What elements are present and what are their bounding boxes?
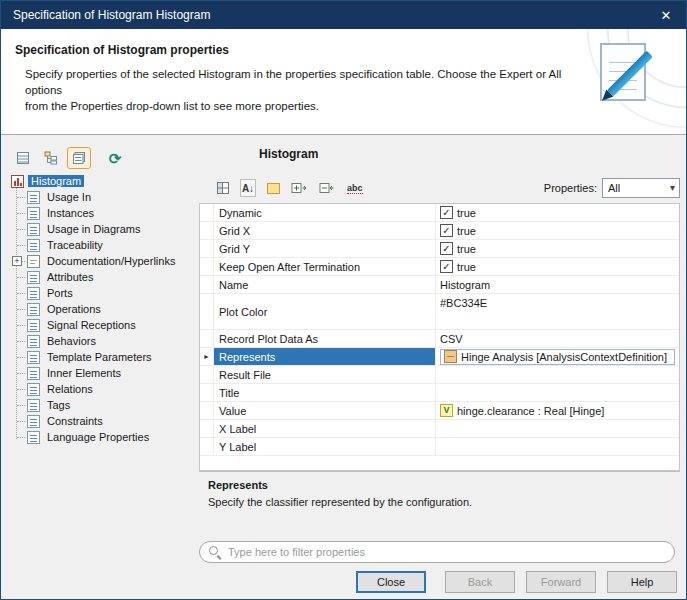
tree-item-relations[interactable]: Relations — [9, 381, 195, 397]
header-artwork — [556, 29, 686, 134]
close-button[interactable]: Close — [356, 571, 426, 593]
property-row-y-label[interactable]: Y Label — [200, 438, 679, 456]
tree-item-language-properties[interactable]: Language Properties — [9, 429, 195, 445]
refresh-glyph: ⟳ — [109, 151, 122, 166]
tree-item-inner-elements[interactable]: Inner Elements — [9, 365, 195, 381]
property-row-x-label[interactable]: X Label — [200, 420, 679, 438]
footer-buttons: CloseBackForwardHelp — [356, 571, 677, 593]
histogram-icon — [11, 175, 24, 188]
list-icon — [27, 287, 40, 300]
property-name: Grid X — [214, 222, 436, 239]
tree-item-constraints[interactable]: Constraints — [9, 413, 195, 429]
property-value[interactable] — [436, 384, 679, 401]
title-bar[interactable]: Specification of Histogram Histogram ✕ — [1, 1, 686, 29]
property-row-represents[interactable]: ►RepresentsHinge Analysis [AnalysisConte… — [200, 348, 679, 366]
property-row-value[interactable]: ValueVhinge.clearance : Real [Hinge] — [200, 402, 679, 420]
categorized-view-icon[interactable] — [265, 179, 281, 197]
property-value[interactable]: ✓true — [436, 258, 679, 275]
property-value-text: true — [457, 207, 476, 219]
tree-item-signal-receptions[interactable]: Signal Receptions — [9, 317, 195, 333]
row-marker — [200, 276, 214, 293]
list-icon — [27, 191, 40, 204]
expand-nodes-icon[interactable] — [290, 179, 309, 197]
tree-item-label: Attributes — [44, 271, 96, 283]
description-text: Specify the classifier represented by th… — [208, 496, 671, 508]
tree-item-behaviors[interactable]: Behaviors — [9, 333, 195, 349]
list-icon — [27, 271, 40, 284]
property-name-label: Value — [219, 405, 246, 417]
tree-item-traceability[interactable]: Traceability — [9, 237, 195, 253]
property-row-plot-color[interactable]: Plot Color#BC334E — [200, 294, 679, 330]
spelling-icon[interactable]: abc — [346, 179, 364, 197]
expander-plus-icon[interactable]: + — [12, 256, 22, 266]
list-icon — [27, 431, 40, 444]
property-value[interactable]: CSV — [436, 330, 679, 347]
checkbox-icon[interactable]: ✓ — [440, 224, 453, 237]
property-row-title[interactable]: Title — [200, 384, 679, 402]
property-name-label: Title — [219, 387, 239, 399]
checkbox-icon[interactable]: ✓ — [440, 206, 453, 219]
property-name-label: Record Plot Data As — [219, 333, 318, 345]
property-value[interactable]: Histogram — [436, 276, 679, 293]
properties-dropdown[interactable]: All ▾ — [602, 178, 680, 198]
property-name: Title — [214, 384, 436, 401]
property-value[interactable]: #BC334E — [436, 294, 679, 329]
property-row-grid-y[interactable]: Grid Y✓true — [200, 240, 679, 258]
tree-item-histogram[interactable]: Histogram — [9, 173, 195, 189]
row-marker — [200, 294, 214, 329]
checkbox-icon[interactable]: ✓ — [440, 242, 453, 255]
dialog-header: Specification of Histogram properties Sp… — [1, 29, 686, 135]
close-icon[interactable]: ✕ — [646, 1, 686, 29]
tree-item-instances[interactable]: Instances — [9, 205, 195, 221]
tree-toolbar: ⟳ — [11, 147, 127, 169]
property-row-name[interactable]: NameHistogram — [200, 276, 679, 294]
sort-alphabetically-icon[interactable]: A↓ — [240, 179, 256, 197]
help-button[interactable]: Help — [607, 571, 677, 593]
tree-item-label: Documentation/Hyperlinks — [44, 255, 178, 267]
tree-view-icon[interactable] — [39, 147, 63, 169]
property-value[interactable] — [436, 366, 679, 383]
tree-item-documentation-hyperlinks[interactable]: +Documentation/Hyperlinks — [9, 253, 195, 269]
tree-item-operations[interactable]: Operations — [9, 301, 195, 317]
table-toolbar-icons: A↓ abc — [215, 179, 364, 197]
tree-item-usage-in[interactable]: Usage In — [9, 189, 195, 205]
list-icon — [27, 383, 40, 396]
doc-icon — [27, 255, 40, 268]
refresh-icon[interactable]: ⟳ — [103, 147, 127, 169]
tree-item-label: Traceability — [44, 239, 106, 251]
tree-item-label: Signal Receptions — [44, 319, 139, 331]
list-icon — [27, 399, 40, 412]
property-value[interactable]: Vhinge.clearance : Real [Hinge] — [436, 402, 679, 419]
tree-item-template-parameters[interactable]: Template Parameters — [9, 349, 195, 365]
groups-view-icon[interactable] — [67, 147, 91, 169]
footer: CloseBackForwardHelp — [1, 565, 686, 599]
property-row-grid-x[interactable]: Grid X✓true — [200, 222, 679, 240]
filter-input[interactable] — [228, 546, 665, 558]
tree-item-attributes[interactable]: Attributes — [9, 269, 195, 285]
property-value[interactable] — [436, 420, 679, 437]
list-icon — [27, 415, 40, 428]
tree-item-label: Behaviors — [44, 335, 99, 347]
property-name: Dynamic — [214, 204, 436, 221]
property-value[interactable]: ✓true — [436, 222, 679, 239]
tree-item-ports[interactable]: Ports — [9, 285, 195, 301]
property-row-record-plot-data-as[interactable]: Record Plot Data AsCSV — [200, 330, 679, 348]
collapse-nodes-icon[interactable] — [318, 179, 337, 197]
filter-box[interactable] — [199, 541, 675, 563]
checkbox-icon[interactable]: ✓ — [440, 260, 453, 273]
name-value-columns-icon[interactable] — [215, 179, 231, 197]
property-value[interactable]: Hinge Analysis [AnalysisContextDefinitio… — [436, 348, 679, 365]
tree-item-tags[interactable]: Tags — [9, 397, 195, 413]
property-row-keep-open-after-termination[interactable]: Keep Open After Termination✓true — [200, 258, 679, 276]
property-row-dynamic[interactable]: Dynamic✓true — [200, 204, 679, 222]
element-value-box[interactable]: Hinge Analysis [AnalysisContextDefinitio… — [440, 349, 675, 365]
columns-view-icon[interactable] — [11, 147, 35, 169]
header-description-line2: from the Properties drop-down list to se… — [25, 98, 570, 114]
property-value[interactable]: ✓true — [436, 204, 679, 221]
property-row-result-file[interactable]: Result File — [200, 366, 679, 384]
property-value[interactable]: ✓true — [436, 240, 679, 257]
tree-item-usage-in-diagrams[interactable]: Usage in Diagrams — [9, 221, 195, 237]
property-name-label: Name — [219, 279, 248, 291]
property-value-text: hinge.clearance : Real [Hinge] — [457, 405, 604, 417]
property-value[interactable] — [436, 438, 679, 455]
